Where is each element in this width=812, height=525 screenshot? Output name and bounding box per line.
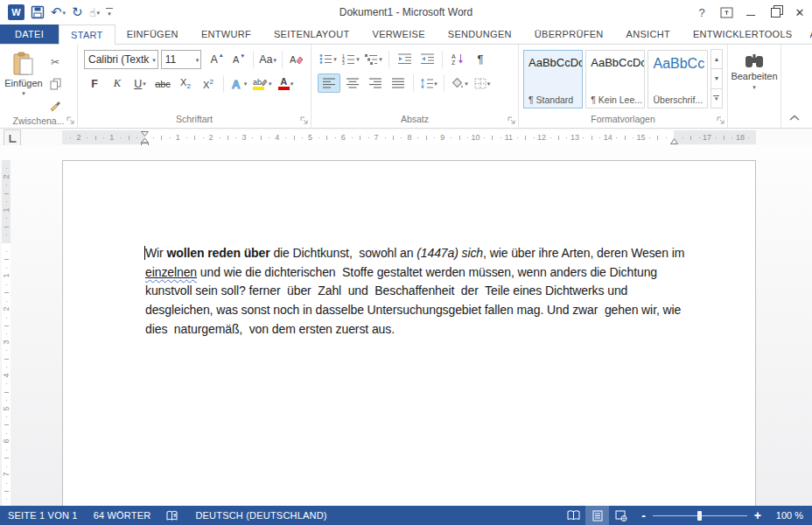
clipboard-dialog-launcher[interactable]: [66, 116, 74, 124]
numbering-button[interactable]: 123 ▾: [340, 50, 361, 68]
underline-button[interactable]: U ▾: [130, 74, 150, 93]
justify-button[interactable]: [388, 74, 409, 93]
svg-text:A: A: [452, 53, 456, 60]
right-indent-marker[interactable]: [670, 138, 678, 144]
cut-button[interactable]: ✂: [45, 52, 66, 71]
justify-icon: [392, 78, 404, 88]
zoom-slider-handle[interactable]: [697, 511, 702, 521]
redo-icon: ↻: [72, 6, 83, 18]
increase-indent-button[interactable]: [416, 50, 438, 68]
text-highlight-button[interactable]: ab ▾: [251, 74, 274, 93]
underline-dropdown-arrow[interactable]: ▾: [143, 80, 146, 87]
decrease-indent-button[interactable]: [394, 50, 415, 68]
language-indicator[interactable]: DEUTSCH (DEUTSCHLAND): [187, 506, 334, 525]
word-app-icon[interactable]: W: [6, 4, 26, 21]
font-name-dropdown-arrow[interactable]: ▾: [150, 57, 156, 63]
group-label-schriftart: Schriftart: [78, 111, 311, 128]
font-color-dropdown-arrow[interactable]: ▾: [290, 80, 294, 87]
font-dialog-launcher[interactable]: [300, 116, 308, 124]
tab-entwurf[interactable]: ENTWURF: [190, 24, 262, 44]
paste-button[interactable]: Einfügen ▾: [4, 50, 44, 96]
zoom-percentage[interactable]: 100 %: [770, 510, 812, 521]
svg-text:A: A: [232, 78, 241, 90]
undo-dropdown-arrow[interactable]: ▾: [63, 10, 66, 16]
tab-einfügen[interactable]: EINFÜGEN: [116, 24, 190, 44]
print-layout-icon: [592, 510, 603, 522]
font-color-button[interactable]: A ▾: [276, 74, 297, 93]
align-left-button[interactable]: [318, 74, 340, 93]
font-size-dropdown-arrow[interactable]: ▾: [193, 57, 200, 63]
close-icon: ✕: [795, 6, 805, 19]
font-name-combo[interactable]: Calibri (Textk ▾: [84, 50, 158, 69]
print-layout-button[interactable]: [585, 506, 609, 525]
word-count-indicator[interactable]: 64 WÖRTER: [86, 506, 159, 525]
styles-scroll-down-button[interactable]: ▼: [710, 68, 723, 88]
minimize-button[interactable]: [738, 2, 763, 23]
tab-seitenlayout[interactable]: SEITENLAYOUT: [262, 24, 361, 44]
multilevel-list-button[interactable]: ▾: [363, 50, 384, 68]
tab-stop-selector[interactable]: [4, 130, 21, 147]
restore-button[interactable]: [763, 2, 788, 23]
styles-scroll-up-button[interactable]: ▲: [710, 49, 723, 69]
grow-font-button[interactable]: A▲: [206, 51, 228, 69]
paste-dropdown-arrow[interactable]: ▾: [22, 90, 25, 96]
tab-entwicklertools[interactable]: ENTWICKLERTOOLS: [682, 24, 804, 44]
tab-verweise[interactable]: VERWEISE: [361, 24, 437, 44]
zoom-slider-track[interactable]: [653, 515, 747, 516]
style-standard[interactable]: AaBbCcDc ¶ Standard: [523, 50, 583, 108]
tab-overflow-partial[interactable]: A: [798, 24, 812, 44]
format-painter-button[interactable]: [45, 96, 66, 115]
copy-button[interactable]: [45, 74, 66, 93]
italic-button[interactable]: K: [107, 74, 128, 93]
document-page[interactable]: Wir wollen reden über die Dichtkunst, so…: [62, 160, 756, 506]
ribbon-display-options-button[interactable]: [714, 2, 738, 23]
strikethrough-button[interactable]: abc: [152, 74, 173, 93]
styles-more-button[interactable]: ▾: [710, 88, 723, 108]
style-ueberschrift-1[interactable]: AaBbCc Überschrif...: [648, 50, 707, 108]
tab-ansicht[interactable]: ANSICHT: [615, 24, 682, 44]
page-count-indicator[interactable]: SEITE 1 VON 1: [0, 506, 86, 525]
text-effects-button[interactable]: A ▾: [228, 74, 249, 93]
bullets-button[interactable]: ▾: [318, 50, 339, 68]
zoom-out-button[interactable]: -: [641, 510, 646, 521]
collapse-ribbon-button[interactable]: [789, 115, 800, 121]
shading-button[interactable]: ▾: [449, 74, 470, 93]
zoom-in-button[interactable]: +: [754, 510, 761, 521]
borders-button[interactable]: ▾: [472, 74, 493, 93]
align-right-button[interactable]: [365, 74, 386, 93]
shrink-font-button[interactable]: A▼: [228, 51, 249, 69]
proofing-status-button[interactable]: [158, 506, 187, 525]
customize-qat-icon: [106, 8, 113, 9]
sort-button[interactable]: A Z: [447, 50, 468, 68]
clear-formatting-button[interactable]: A: [286, 51, 307, 69]
change-case-button[interactable]: Aa ▾: [257, 51, 278, 69]
tab-überprüfen[interactable]: ÜBERPRÜFEN: [523, 24, 615, 44]
align-center-button[interactable]: [342, 74, 363, 93]
touch-mode-button[interactable]: ☝ ▾: [88, 6, 102, 19]
customize-qat-button[interactable]: ▾: [104, 7, 115, 18]
editing-button[interactable]: Bearbeiten ▾: [728, 50, 780, 90]
tab-datei[interactable]: DATEI: [0, 24, 59, 44]
styles-dialog-launcher[interactable]: [717, 116, 724, 124]
highlight-dropdown-arrow[interactable]: ▾: [269, 80, 272, 87]
line-spacing-button[interactable]: ▾: [418, 74, 439, 93]
paragraph-dialog-launcher[interactable]: [508, 116, 515, 124]
tab-sendungen[interactable]: SENDUNGEN: [437, 24, 523, 44]
document-text[interactable]: Wir wollen reden über die Dichtkunst, so…: [145, 244, 738, 340]
help-button[interactable]: ?: [690, 2, 714, 23]
shading-bucket-icon: [451, 78, 464, 89]
redo-button[interactable]: ↻: [70, 5, 85, 19]
bold-button[interactable]: F: [84, 74, 105, 93]
touch-mode-dropdown-arrow[interactable]: ▾: [97, 10, 101, 16]
read-mode-button[interactable]: [562, 506, 585, 525]
superscript-button[interactable]: X2: [198, 74, 219, 93]
font-size-combo[interactable]: 11 ▾: [161, 50, 201, 69]
style-kein-leerraum[interactable]: AaBbCcDc ¶ Kein Lee...: [585, 50, 645, 108]
show-paragraph-marks-button[interactable]: ¶: [470, 50, 491, 68]
undo-button[interactable]: ↶ ▾: [49, 5, 67, 19]
save-button[interactable]: [29, 4, 46, 20]
subscript-button[interactable]: X2: [175, 74, 196, 93]
web-layout-button[interactable]: [609, 506, 633, 525]
tab-start[interactable]: START: [59, 24, 116, 45]
close-button[interactable]: ✕: [788, 2, 812, 23]
